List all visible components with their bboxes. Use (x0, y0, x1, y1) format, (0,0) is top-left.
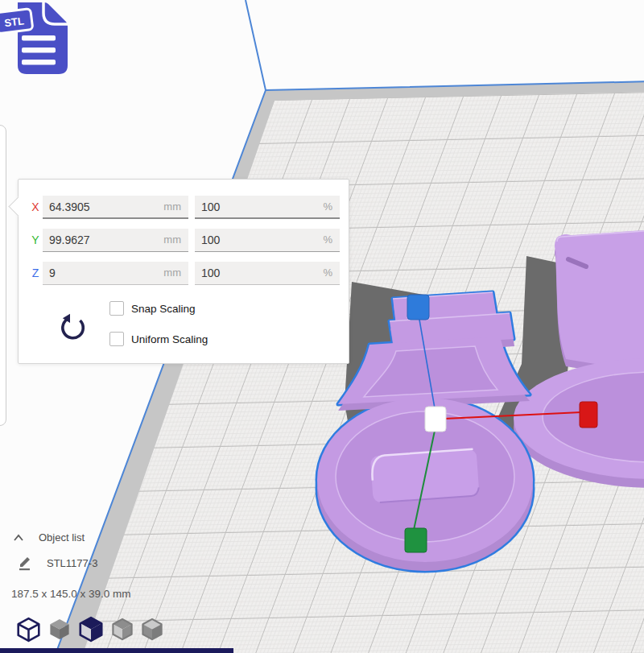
view-mode-toolbar (16, 616, 163, 643)
reset-arrow-icon (59, 313, 88, 342)
object-list-header[interactable]: Object list (13, 531, 85, 543)
axis-y-label: Y (29, 234, 42, 246)
cube-solid-icon[interactable] (48, 618, 71, 641)
uniform-scaling-checkbox[interactable] (109, 332, 124, 346)
stl-file-icon: STL (0, 0, 76, 81)
cube-top-face-icon[interactable] (141, 618, 163, 641)
scale-tool-panel: X mm % Y mm % Z mm (18, 179, 349, 364)
scale-row-z: Z mm % (19, 262, 349, 285)
file-type-badge: STL (0, 9, 33, 34)
axis-x-label: X (29, 200, 42, 213)
reset-scale-button[interactable] (57, 312, 89, 345)
scale-x-percent-input[interactable] (201, 196, 298, 217)
unit-label: mm (163, 267, 181, 279)
uniform-scaling-option[interactable]: Uniform Scaling (109, 331, 208, 347)
object-list-title: Object list (39, 531, 85, 543)
cube-front-face-active-icon[interactable] (78, 616, 104, 643)
unit-label: mm (163, 200, 181, 213)
y-scale-handle[interactable] (405, 528, 427, 552)
unit-label: % (323, 234, 332, 246)
svg-text:STL: STL (3, 14, 24, 29)
x-scale-handle[interactable] (580, 402, 597, 428)
snap-scaling-option[interactable]: Snap Scaling (109, 300, 196, 316)
unit-label: % (323, 267, 332, 279)
center-scale-handle[interactable] (425, 407, 446, 432)
scale-z-mm-input[interactable] (49, 262, 146, 284)
scale-row-y: Y mm % (19, 229, 349, 252)
scale-y-percent-input[interactable] (201, 229, 298, 251)
unit-label: mm (163, 234, 181, 246)
snap-scaling-label: Snap Scaling (131, 303, 196, 315)
axis-z-label: Z (29, 267, 42, 279)
snap-scaling-checkbox[interactable] (109, 301, 124, 316)
left-toolbar-edge (0, 125, 6, 426)
cube-front-face-icon[interactable] (111, 618, 134, 641)
cube-wireframe-icon[interactable] (16, 617, 41, 643)
scale-x-mm-input[interactable] (49, 196, 146, 217)
scale-y-mm-input[interactable] (49, 229, 146, 251)
application-window: STL X mm % Y mm % (0, 0, 644, 653)
pencil-icon (18, 556, 32, 571)
object-list-item[interactable]: STL1177-3 (18, 556, 97, 571)
uniform-scaling-label: Uniform Scaling (131, 333, 208, 345)
object-name: STL1177-3 (47, 557, 97, 569)
z-scale-handle[interactable] (407, 295, 429, 320)
model-dimensions: 187.5 x 145.0 x 39.0 mm (11, 588, 131, 600)
scale-row-x: X mm % (19, 196, 349, 219)
unit-label: % (323, 200, 332, 213)
scale-z-percent-input[interactable] (201, 262, 298, 284)
bottom-accent-bar (0, 648, 233, 653)
document-lines (22, 35, 56, 65)
chevron-up-icon (13, 534, 24, 541)
